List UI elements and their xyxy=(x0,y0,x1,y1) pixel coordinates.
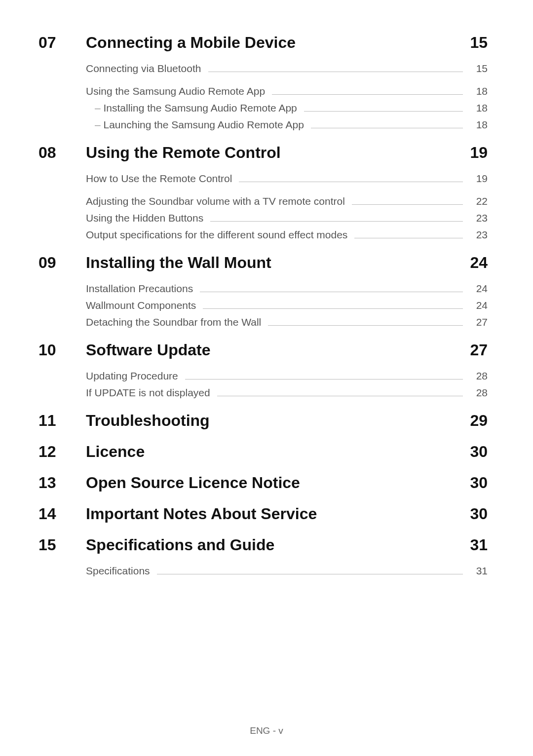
leader-line xyxy=(268,325,463,326)
toc-subentry[interactable]: Launching the Samsung Audio Remote App18 xyxy=(95,119,488,131)
toc-entry-label: Wallmount Components xyxy=(86,300,196,311)
toc-entry[interactable]: Using the Samsung Audio Remote App18 xyxy=(86,85,488,97)
leader-line xyxy=(157,574,463,574)
toc-entry[interactable]: Specifications31 xyxy=(86,565,488,577)
toc-section-header[interactable]: 10Software Update27 xyxy=(38,341,488,359)
toc-entry-page: 27 xyxy=(470,316,488,328)
toc-section-header[interactable]: 07Connecting a Mobile Device15 xyxy=(38,34,488,52)
section-number: 14 xyxy=(38,505,86,523)
toc-entry-label: Updating Procedure xyxy=(86,370,178,382)
toc-entry-label: Adjusting the Soundbar volume with a TV … xyxy=(86,195,345,207)
section-page: 30 xyxy=(458,443,488,461)
section-number: 10 xyxy=(38,341,86,359)
section-page: 27 xyxy=(458,341,488,359)
toc-entry-page: 22 xyxy=(470,195,488,207)
toc-entry[interactable]: If UPDATE is not displayed28 xyxy=(86,387,488,399)
leader-line xyxy=(203,308,463,309)
toc-entry-label: Output specifications for the different … xyxy=(86,229,347,241)
section-title: Using the Remote Control xyxy=(86,144,458,162)
section-number: 15 xyxy=(38,536,86,554)
toc-section: 10Software Update27Updating Procedure28I… xyxy=(38,341,488,399)
toc-page: 07Connecting a Mobile Device15Connecting… xyxy=(0,0,533,577)
leader-line xyxy=(208,72,463,72)
section-entries: Updating Procedure28If UPDATE is not dis… xyxy=(86,370,488,399)
toc-entry[interactable]: Connecting via Bluetooth15 xyxy=(86,63,488,75)
toc-entry-page: 24 xyxy=(470,300,488,311)
toc-entry[interactable]: Updating Procedure28 xyxy=(86,370,488,382)
section-title: Important Notes About Service xyxy=(86,505,458,523)
leader-line xyxy=(200,292,463,292)
page-footer: ENG - v xyxy=(0,725,533,736)
toc-entry-label: Installation Precautions xyxy=(86,283,193,295)
toc-entry[interactable]: How to Use the Remote Control19 xyxy=(86,173,488,185)
leader-line xyxy=(272,94,463,95)
toc-entry-page: 28 xyxy=(470,387,488,399)
section-title: Troubleshooting xyxy=(86,412,458,430)
toc-entry-page: 23 xyxy=(470,229,488,241)
toc-section: 08Using the Remote Control19How to Use t… xyxy=(38,144,488,241)
toc-entry-label: Using the Hidden Buttons xyxy=(86,212,203,224)
leader-line xyxy=(311,128,463,128)
toc-entry[interactable]: Detaching the Soundbar from the Wall27 xyxy=(86,316,488,328)
section-number: 13 xyxy=(38,474,86,492)
leader-line xyxy=(354,238,463,238)
leader-line xyxy=(304,111,463,112)
toc-entry-page: 23 xyxy=(470,212,488,224)
toc-section-header[interactable]: 08Using the Remote Control19 xyxy=(38,144,488,162)
section-page: 24 xyxy=(458,254,488,272)
toc-entry-label: Specifications xyxy=(86,565,150,577)
toc-entry[interactable]: Installation Precautions24 xyxy=(86,283,488,295)
section-number: 11 xyxy=(38,412,86,430)
toc-section: 09Installing the Wall Mount24Installatio… xyxy=(38,254,488,328)
toc-entry-page: 15 xyxy=(470,63,488,75)
section-page: 30 xyxy=(458,474,488,492)
leader-line xyxy=(217,396,463,396)
section-entries: Installation Precautions24Wallmount Comp… xyxy=(86,283,488,328)
section-number: 12 xyxy=(38,443,86,461)
toc-entry-page: 31 xyxy=(470,565,488,577)
section-page: 29 xyxy=(458,412,488,430)
toc-section-header[interactable]: 14Important Notes About Service30 xyxy=(38,505,488,523)
leader-line xyxy=(352,204,463,205)
toc-entry-page: 18 xyxy=(470,102,488,114)
toc-subentry[interactable]: Installing the Samsung Audio Remote App1… xyxy=(95,102,488,114)
toc-entry-label: If UPDATE is not displayed xyxy=(86,387,210,399)
toc-entry[interactable]: Using the Hidden Buttons23 xyxy=(86,212,488,224)
toc-section: 07Connecting a Mobile Device15Connecting… xyxy=(38,34,488,131)
toc-entry[interactable]: Wallmount Components24 xyxy=(86,300,488,311)
toc-section: 12Licence30 xyxy=(38,443,488,461)
toc-entry-label: Installing the Samsung Audio Remote App xyxy=(95,102,297,114)
toc-entry-page: 18 xyxy=(470,85,488,97)
toc-section-header[interactable]: 12Licence30 xyxy=(38,443,488,461)
toc-entry-page: 19 xyxy=(470,173,488,185)
toc-entry-page: 18 xyxy=(470,119,488,131)
section-entries: How to Use the Remote Control19Adjusting… xyxy=(86,173,488,241)
toc-entry[interactable]: Adjusting the Soundbar volume with a TV … xyxy=(86,195,488,207)
toc-section: 14Important Notes About Service30 xyxy=(38,505,488,523)
leader-line xyxy=(210,221,463,222)
toc-section: 15Specifications and Guide31Specificatio… xyxy=(38,536,488,577)
section-title: Licence xyxy=(86,443,458,461)
section-page: 30 xyxy=(458,505,488,523)
section-number: 09 xyxy=(38,254,86,272)
toc-section-header[interactable]: 15Specifications and Guide31 xyxy=(38,536,488,554)
toc-entry-label: Using the Samsung Audio Remote App xyxy=(86,85,265,97)
toc-entry[interactable]: Output specifications for the different … xyxy=(86,229,488,241)
section-entries: Specifications31 xyxy=(86,565,488,577)
section-page: 15 xyxy=(458,34,488,52)
toc-section: 13Open Source Licence Notice30 xyxy=(38,474,488,492)
toc-section-header[interactable]: 09Installing the Wall Mount24 xyxy=(38,254,488,272)
toc-section-header[interactable]: 11Troubleshooting29 xyxy=(38,412,488,430)
section-number: 08 xyxy=(38,144,86,162)
toc-entry-page: 24 xyxy=(470,283,488,295)
section-title: Connecting a Mobile Device xyxy=(86,34,458,52)
section-number: 07 xyxy=(38,34,86,52)
toc-section: 11Troubleshooting29 xyxy=(38,412,488,430)
toc-entry-label: How to Use the Remote Control xyxy=(86,173,232,185)
leader-line xyxy=(239,182,463,182)
section-page: 19 xyxy=(458,144,488,162)
toc-section-header[interactable]: 13Open Source Licence Notice30 xyxy=(38,474,488,492)
section-title: Open Source Licence Notice xyxy=(86,474,458,492)
leader-line xyxy=(185,379,463,379)
toc-entry-label: Launching the Samsung Audio Remote App xyxy=(95,119,304,131)
